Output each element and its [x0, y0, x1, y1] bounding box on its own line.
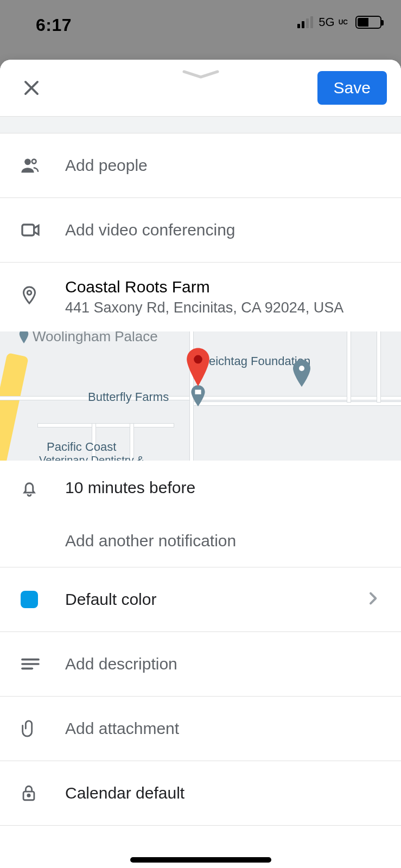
map-poi-pin-icon — [291, 360, 313, 390]
video-icon — [20, 219, 65, 241]
add-description-label: Add description — [65, 655, 381, 673]
status-bar: 6:17 5G UC — [0, 0, 401, 60]
home-indicator — [130, 857, 271, 863]
chevron-right-icon — [364, 590, 381, 609]
location-name: Coastal Roots Farm — [65, 278, 381, 296]
description-icon — [20, 653, 65, 675]
battery-icon — [355, 16, 381, 29]
color-label: Default color — [65, 590, 364, 609]
map-label: Woolingham Palace — [33, 331, 158, 345]
event-editor-sheet: Save Add people Add video conferencing — [0, 60, 401, 868]
status-indicators: 5G UC — [297, 15, 381, 29]
separator — [0, 116, 401, 133]
map-preview[interactable]: Woolingham Palace Butterfly Farms eichta… — [0, 331, 401, 461]
add-description-row[interactable]: Add description — [0, 632, 401, 696]
map-label: Pacific Coast — [47, 440, 116, 454]
paperclip-icon — [20, 719, 65, 738]
map-label: Butterfly Farms — [88, 390, 169, 404]
drag-handle-chevron-icon[interactable] — [182, 69, 220, 80]
notification-row[interactable]: 10 minutes before — [0, 461, 401, 515]
add-video-row[interactable]: Add video conferencing — [0, 198, 401, 262]
svg-point-0 — [24, 159, 31, 165]
add-notification-label: Add another notification — [65, 532, 381, 550]
map-selected-pin-icon — [184, 348, 212, 390]
visibility-label: Calendar default — [65, 784, 381, 802]
map-label: Veterinary Dentistry & — [39, 454, 144, 461]
add-video-label: Add video conferencing — [65, 221, 381, 239]
sheet-header: Save — [0, 60, 401, 116]
add-attachment-row[interactable]: Add attachment — [0, 697, 401, 761]
map-poi-pin-icon — [18, 331, 30, 347]
svg-point-1 — [32, 159, 36, 164]
location-row[interactable]: Coastal Roots Farm 441 Saxony Rd, Encini… — [0, 263, 401, 331]
network-label: 5G — [319, 15, 334, 29]
signal-icon — [297, 16, 313, 28]
location-pin-icon — [20, 278, 65, 305]
add-notification-row[interactable]: Add another notification — [0, 515, 401, 567]
notification-label: 10 minutes before — [65, 478, 381, 497]
svg-point-5 — [194, 355, 202, 364]
add-people-row[interactable]: Add people — [0, 133, 401, 197]
svg-rect-2 — [22, 225, 34, 235]
svg-rect-4 — [195, 390, 201, 394]
network-sublabel: UC — [339, 20, 348, 25]
status-time: 6:17 — [36, 15, 72, 35]
sheet-content: Add people Add video conferencing Coasta… — [0, 116, 401, 868]
separator — [0, 825, 401, 826]
close-button[interactable] — [18, 75, 44, 101]
add-people-label: Add people — [65, 156, 381, 175]
visibility-row[interactable]: Calendar default — [0, 761, 401, 825]
svg-point-11 — [28, 794, 30, 796]
people-icon — [20, 155, 65, 176]
svg-point-6 — [299, 366, 304, 371]
svg-point-3 — [27, 291, 31, 295]
add-attachment-label: Add attachment — [65, 719, 381, 738]
location-address: 441 Saxony Rd, Encinitas, CA 92024, USA — [65, 299, 381, 316]
lock-icon — [20, 784, 65, 802]
color-swatch-icon — [20, 591, 65, 608]
bell-icon — [20, 478, 65, 497]
color-row[interactable]: Default color — [0, 567, 401, 631]
save-button[interactable]: Save — [317, 71, 387, 105]
